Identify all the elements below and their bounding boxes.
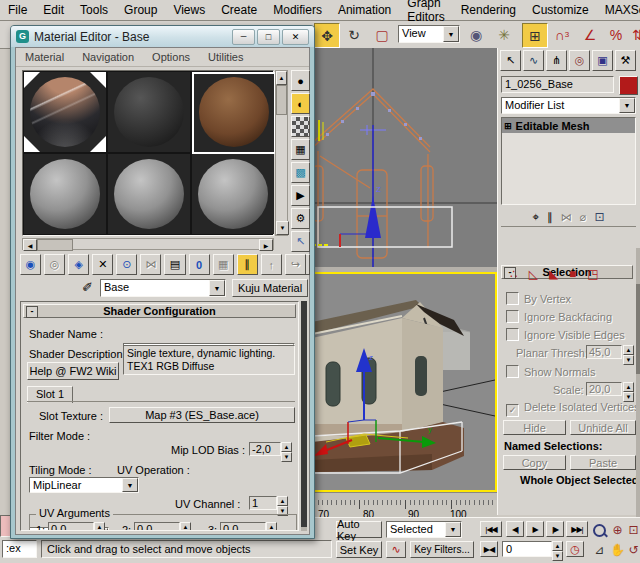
menu-modifiers[interactable]: Modifiers [265, 3, 330, 17]
maxscript-mini-listener[interactable]: :ex [2, 540, 37, 558]
show-end-result-button[interactable]: ∥ [237, 254, 258, 275]
menu-tools[interactable]: Tools [72, 3, 116, 17]
copy-button[interactable]: Copy [503, 455, 566, 470]
material-name-arrow-icon[interactable]: ▼ [209, 280, 225, 296]
uv-channel-spinner[interactable]: ▲▼ [277, 496, 288, 516]
show-map-in-viewport-button[interactable]: ▦ [213, 254, 234, 275]
uv-arg1-field[interactable]: 0,0 [48, 522, 94, 531]
tab-modify[interactable]: ∿ [523, 50, 544, 71]
sample-type-button[interactable]: ● [291, 70, 310, 91]
percent-snap-button[interactable]: % [604, 23, 628, 46]
zoom-extents-button[interactable]: ⊡ [624, 521, 640, 539]
select-move-button[interactable]: ✥ [314, 23, 340, 48]
stack-item-editable-mesh[interactable]: ⊞ Editable Mesh [502, 118, 635, 133]
tab-utilities[interactable]: ⚒ [615, 50, 636, 71]
scale-spinner[interactable]: ▲▼ [623, 382, 634, 402]
snaps-toggle-button[interactable]: ⊞ [522, 23, 548, 48]
menu-customize[interactable]: Customize [524, 3, 597, 17]
element-subobject-icon[interactable]: ◳ [587, 267, 598, 281]
sample-slot-1[interactable] [24, 72, 106, 152]
fov-button[interactable]: ⊿ [590, 541, 609, 559]
scrollbar-thumb[interactable] [636, 284, 640, 374]
by-vertex-row[interactable]: By Vertex [506, 292, 571, 305]
make-unique-button[interactable]: ⋈ [140, 254, 161, 275]
default-in-out-tangents-button[interactable]: ∿ [386, 541, 406, 558]
menu-edit[interactable]: Edit [35, 3, 72, 17]
uv-arg2-field[interactable]: 0,0 [134, 522, 180, 531]
arc-rotate-button[interactable]: ↺ [624, 541, 640, 559]
hscroll-thumb[interactable] [37, 239, 73, 251]
uv-arg1-spinner[interactable]: ▲▼ [94, 522, 105, 531]
rotate-button[interactable]: ↻ [342, 23, 366, 46]
vertex-subobject-icon[interactable]: ∴ [510, 267, 518, 281]
menu-views[interactable]: Views [165, 3, 213, 17]
sample-slot-6[interactable] [192, 154, 274, 234]
material-editor-titlebar[interactable]: G Material Editor - Base ─ □ ✕ [11, 26, 314, 47]
mip-lod-bias-field[interactable]: -2,0 [249, 442, 281, 456]
auto-key-button[interactable]: Auto Key [336, 521, 382, 538]
go-forward-sibling-button[interactable]: ↪ [285, 254, 306, 275]
minimize-button[interactable]: ─ [232, 29, 255, 45]
slots-hscrollbar[interactable]: ◀ ▶ [22, 238, 274, 250]
set-key-button[interactable]: Set Key [336, 541, 382, 558]
put-material-button[interactable]: ◎ [44, 254, 65, 275]
delete-isolated-row[interactable]: ✓Delete Isolated Vertices [506, 401, 640, 417]
scale-button[interactable]: ▢ [370, 23, 394, 46]
med-menu-options[interactable]: Options [143, 51, 199, 63]
mip-lod-spinner[interactable]: ▲▼ [281, 442, 292, 462]
close-button[interactable]: ✕ [282, 29, 309, 45]
ignore-backfacing-row[interactable]: Ignore Backfacing [506, 310, 612, 323]
sample-slot-5[interactable] [108, 154, 190, 234]
uv-arg3-spinner[interactable]: ▲▼ [266, 522, 277, 531]
tab-create[interactable]: ↖ [500, 50, 521, 71]
select-manipulate-button[interactable]: ✳ [492, 23, 516, 46]
remove-modifier-icon[interactable]: ⌀ [580, 211, 587, 224]
modifier-stack[interactable]: ⊞ Editable Mesh [501, 117, 636, 205]
go-to-end-button[interactable]: ▶▶| [566, 521, 588, 537]
maximize-button[interactable]: □ [257, 29, 280, 45]
scale-field[interactable]: 20,0 [586, 382, 622, 396]
angle-snap-button[interactable]: ∠ [578, 23, 602, 46]
show-normals-row[interactable]: Show Normals [506, 365, 596, 378]
by-vertex-checkbox[interactable] [506, 292, 519, 305]
get-material-button[interactable]: ◉ [20, 254, 41, 275]
selection-set-arrow-icon[interactable]: ▼ [445, 522, 461, 537]
play-button[interactable]: ▶ [526, 521, 544, 537]
menu-maxscript[interactable]: MAXScript [597, 3, 640, 17]
next-frame-button[interactable]: |▶ [546, 521, 564, 537]
menu-rendering[interactable]: Rendering [453, 3, 524, 17]
time-configuration-button[interactable]: ◷ [566, 541, 584, 557]
shader-config-collapse-icon[interactable]: - [26, 306, 38, 318]
polygon-subobject-icon[interactable]: ■ [569, 267, 576, 281]
make-unique-icon[interactable]: ⋈ [561, 211, 572, 224]
object-color-swatch[interactable] [619, 76, 638, 95]
ignore-backfacing-checkbox[interactable] [506, 310, 519, 323]
menu-animation[interactable]: Animation [330, 3, 399, 17]
viewport-perspective[interactable]: z y [312, 274, 495, 490]
uv-channel-field[interactable]: 1 [249, 496, 277, 510]
slots-vscrollbar[interactable]: ▲ ▼ [275, 70, 288, 236]
planar-thresh-spinner[interactable]: ▲▼ [623, 345, 634, 365]
current-frame-field[interactable]: 0 [502, 541, 552, 557]
paste-button[interactable]: Paste [570, 455, 636, 470]
zoom-button[interactable] [590, 521, 609, 539]
scroll-down-icon[interactable]: ▼ [276, 221, 289, 235]
make-preview-button[interactable]: ▶ [291, 185, 310, 206]
tab-display[interactable]: ▣ [592, 50, 613, 71]
command-panel-scrollbar[interactable] [636, 248, 640, 535]
rollout-scroll-thumb[interactable] [301, 301, 307, 527]
slot-texture-button[interactable]: Map #3 (ES_Base.ace) [109, 407, 295, 423]
material-name-dropdown[interactable]: Base ▼ [100, 279, 226, 297]
show-end-result-icon[interactable]: ∥ [547, 211, 553, 224]
shader-config-rollout-header[interactable]: - Shader Configuration [23, 304, 296, 318]
reset-map-button[interactable]: ✕ [92, 254, 113, 275]
viewport-front[interactable]: Z [310, 48, 497, 267]
pin-stack-icon[interactable]: ⌖ [533, 210, 540, 224]
vscroll-thumb[interactable] [276, 85, 287, 115]
menu-file[interactable]: File [0, 3, 35, 17]
tab-hierarchy[interactable]: ⋔ [546, 50, 567, 71]
sample-uv-tiling-button[interactable]: ▦ [291, 139, 310, 160]
eyedropper-icon[interactable]: ✐ [82, 280, 93, 295]
med-menu-utilities[interactable]: Utilities [199, 51, 252, 63]
make-material-copy-button[interactable]: ⊙ [116, 254, 137, 275]
